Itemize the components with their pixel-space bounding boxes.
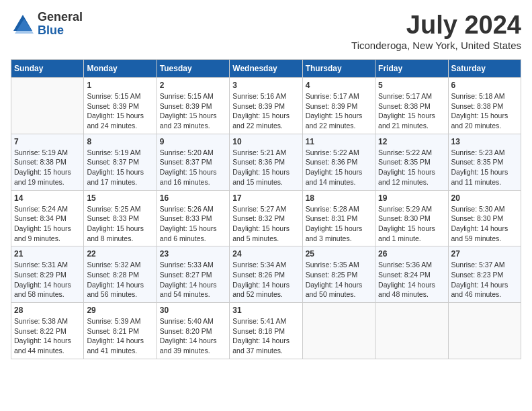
calendar-cell: 24Sunrise: 5:34 AMSunset: 8:26 PMDayligh… <box>230 246 302 303</box>
day-info: Sunrise: 5:38 AMSunset: 8:22 PMDaylight:… <box>14 316 81 356</box>
day-info: Sunrise: 5:17 AMSunset: 8:38 PMDaylight:… <box>378 91 445 131</box>
calendar-header-row: SundayMondayTuesdayWednesdayThursdayFrid… <box>11 60 521 78</box>
calendar-cell: 29Sunrise: 5:39 AMSunset: 8:21 PMDayligh… <box>84 303 157 359</box>
calendar-cell: 15Sunrise: 5:25 AMSunset: 8:33 PMDayligh… <box>84 190 157 246</box>
day-info: Sunrise: 5:39 AMSunset: 8:21 PMDaylight:… <box>87 316 153 356</box>
header-monday: Monday <box>84 60 157 78</box>
day-info: Sunrise: 5:15 AMSunset: 8:39 PMDaylight:… <box>87 91 153 131</box>
logo-blue: Blue <box>38 24 83 38</box>
day-number: 4 <box>306 81 372 90</box>
calendar-cell: 1Sunrise: 5:15 AMSunset: 8:39 PMDaylight… <box>84 78 157 134</box>
calendar-cell: 26Sunrise: 5:36 AMSunset: 8:24 PMDayligh… <box>375 246 448 303</box>
calendar-table: SundayMondayTuesdayWednesdayThursdayFrid… <box>11 59 521 359</box>
day-number: 13 <box>451 137 518 146</box>
calendar-cell: 6Sunrise: 5:18 AMSunset: 8:38 PMDaylight… <box>448 78 521 134</box>
header-wednesday: Wednesday <box>230 60 302 78</box>
day-info: Sunrise: 5:17 AMSunset: 8:39 PMDaylight:… <box>306 91 372 131</box>
calendar-cell: 16Sunrise: 5:26 AMSunset: 8:33 PMDayligh… <box>157 190 229 246</box>
day-number: 6 <box>451 81 518 90</box>
day-number: 12 <box>378 137 445 146</box>
day-number: 26 <box>378 249 445 259</box>
page-header: General Blue July 2024 Ticonderoga, New … <box>11 11 521 51</box>
calendar-week-row: 28Sunrise: 5:38 AMSunset: 8:22 PMDayligh… <box>11 303 521 359</box>
day-info: Sunrise: 5:34 AMSunset: 8:26 PMDaylight:… <box>232 260 299 300</box>
header-friday: Friday <box>375 60 448 78</box>
day-number: 24 <box>232 249 299 259</box>
day-number: 5 <box>378 81 445 90</box>
day-number: 22 <box>87 249 153 259</box>
day-info: Sunrise: 5:27 AMSunset: 8:32 PMDaylight:… <box>232 204 299 244</box>
day-info: Sunrise: 5:36 AMSunset: 8:24 PMDaylight:… <box>378 260 445 300</box>
day-info: Sunrise: 5:40 AMSunset: 8:20 PMDaylight:… <box>160 316 226 356</box>
day-info: Sunrise: 5:25 AMSunset: 8:33 PMDaylight:… <box>87 204 153 244</box>
calendar-cell: 3Sunrise: 5:16 AMSunset: 8:39 PMDaylight… <box>230 78 302 134</box>
logo-icon <box>11 12 35 36</box>
calendar-cell <box>11 78 84 134</box>
day-number: 31 <box>232 306 299 315</box>
calendar-cell: 12Sunrise: 5:22 AMSunset: 8:35 PMDayligh… <box>375 134 448 190</box>
header-sunday: Sunday <box>11 60 84 78</box>
day-info: Sunrise: 5:21 AMSunset: 8:36 PMDaylight:… <box>232 148 299 187</box>
logo-text: General Blue <box>38 11 83 38</box>
day-info: Sunrise: 5:28 AMSunset: 8:31 PMDaylight:… <box>306 204 372 244</box>
day-info: Sunrise: 5:15 AMSunset: 8:39 PMDaylight:… <box>160 91 226 131</box>
day-number: 2 <box>160 81 226 90</box>
calendar-cell: 8Sunrise: 5:19 AMSunset: 8:37 PMDaylight… <box>84 134 157 190</box>
calendar-cell: 30Sunrise: 5:40 AMSunset: 8:20 PMDayligh… <box>157 303 229 359</box>
calendar-cell: 28Sunrise: 5:38 AMSunset: 8:22 PMDayligh… <box>11 303 84 359</box>
day-number: 27 <box>451 249 518 259</box>
day-info: Sunrise: 5:19 AMSunset: 8:37 PMDaylight:… <box>87 148 153 187</box>
day-number: 21 <box>14 249 81 259</box>
calendar-week-row: 7Sunrise: 5:19 AMSunset: 8:38 PMDaylight… <box>11 134 521 190</box>
calendar-week-row: 1Sunrise: 5:15 AMSunset: 8:39 PMDaylight… <box>11 78 521 134</box>
day-info: Sunrise: 5:22 AMSunset: 8:35 PMDaylight:… <box>378 148 445 187</box>
calendar-cell <box>448 303 521 359</box>
calendar-cell: 25Sunrise: 5:35 AMSunset: 8:25 PMDayligh… <box>302 246 375 303</box>
day-info: Sunrise: 5:30 AMSunset: 8:30 PMDaylight:… <box>451 204 518 244</box>
day-info: Sunrise: 5:23 AMSunset: 8:35 PMDaylight:… <box>451 148 518 187</box>
calendar-cell: 4Sunrise: 5:17 AMSunset: 8:39 PMDaylight… <box>302 78 375 134</box>
day-number: 9 <box>160 137 226 146</box>
calendar-cell: 7Sunrise: 5:19 AMSunset: 8:38 PMDaylight… <box>11 134 84 190</box>
calendar-cell: 2Sunrise: 5:15 AMSunset: 8:39 PMDaylight… <box>157 78 229 134</box>
calendar-week-row: 14Sunrise: 5:24 AMSunset: 8:34 PMDayligh… <box>11 190 521 246</box>
day-info: Sunrise: 5:35 AMSunset: 8:25 PMDaylight:… <box>306 260 372 300</box>
calendar-cell <box>302 303 375 359</box>
calendar-cell: 11Sunrise: 5:22 AMSunset: 8:36 PMDayligh… <box>302 134 375 190</box>
calendar-cell: 19Sunrise: 5:29 AMSunset: 8:30 PMDayligh… <box>375 190 448 246</box>
calendar-cell <box>375 303 448 359</box>
day-number: 3 <box>232 81 299 90</box>
day-number: 18 <box>306 193 372 203</box>
calendar-cell: 10Sunrise: 5:21 AMSunset: 8:36 PMDayligh… <box>230 134 302 190</box>
day-info: Sunrise: 5:24 AMSunset: 8:34 PMDaylight:… <box>14 204 81 244</box>
calendar-cell: 21Sunrise: 5:31 AMSunset: 8:29 PMDayligh… <box>11 246 84 303</box>
calendar-cell: 17Sunrise: 5:27 AMSunset: 8:32 PMDayligh… <box>230 190 302 246</box>
day-info: Sunrise: 5:33 AMSunset: 8:27 PMDaylight:… <box>160 260 226 300</box>
day-info: Sunrise: 5:20 AMSunset: 8:37 PMDaylight:… <box>160 148 226 187</box>
day-number: 23 <box>160 249 226 259</box>
day-number: 17 <box>232 193 299 203</box>
day-number: 29 <box>87 306 153 315</box>
calendar-cell: 13Sunrise: 5:23 AMSunset: 8:35 PMDayligh… <box>448 134 521 190</box>
day-info: Sunrise: 5:41 AMSunset: 8:18 PMDaylight:… <box>232 316 299 356</box>
day-info: Sunrise: 5:29 AMSunset: 8:30 PMDaylight:… <box>378 204 445 244</box>
day-number: 10 <box>232 137 299 146</box>
day-number: 7 <box>14 137 81 146</box>
day-number: 30 <box>160 306 226 315</box>
header-tuesday: Tuesday <box>157 60 229 78</box>
day-number: 16 <box>160 193 226 203</box>
calendar-cell: 14Sunrise: 5:24 AMSunset: 8:34 PMDayligh… <box>11 190 84 246</box>
day-number: 25 <box>306 249 372 259</box>
calendar-cell: 20Sunrise: 5:30 AMSunset: 8:30 PMDayligh… <box>448 190 521 246</box>
day-number: 8 <box>87 137 153 146</box>
day-number: 15 <box>87 193 153 203</box>
day-number: 20 <box>451 193 518 203</box>
calendar-cell: 23Sunrise: 5:33 AMSunset: 8:27 PMDayligh… <box>157 246 229 303</box>
calendar-cell: 9Sunrise: 5:20 AMSunset: 8:37 PMDaylight… <box>157 134 229 190</box>
day-number: 14 <box>14 193 81 203</box>
day-info: Sunrise: 5:22 AMSunset: 8:36 PMDaylight:… <box>306 148 372 187</box>
calendar-week-row: 21Sunrise: 5:31 AMSunset: 8:29 PMDayligh… <box>11 246 521 303</box>
calendar-cell: 5Sunrise: 5:17 AMSunset: 8:38 PMDaylight… <box>375 78 448 134</box>
calendar-cell: 18Sunrise: 5:28 AMSunset: 8:31 PMDayligh… <box>302 190 375 246</box>
calendar-cell: 27Sunrise: 5:37 AMSunset: 8:23 PMDayligh… <box>448 246 521 303</box>
